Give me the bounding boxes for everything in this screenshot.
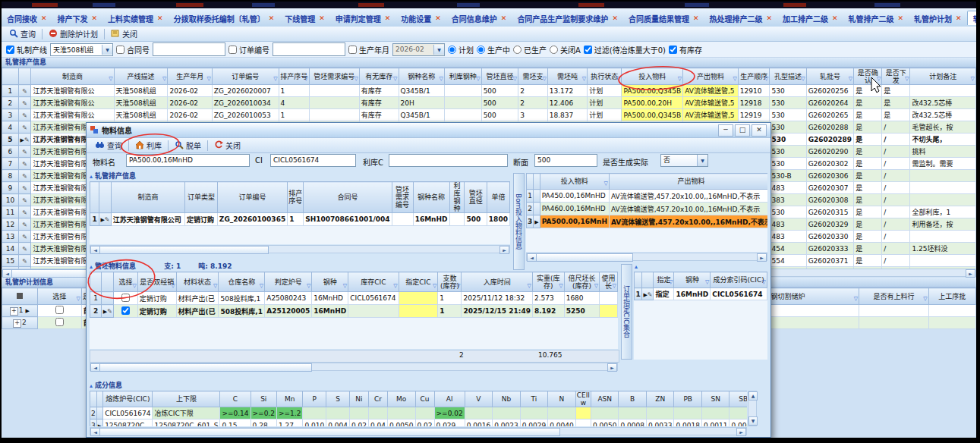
column-header[interactable]: 孔型描述▽	[770, 68, 806, 85]
cell[interactable]: 454	[770, 243, 806, 255]
filter-funnel-icon[interactable]: ▽	[513, 75, 517, 83]
cell[interactable]	[444, 109, 481, 121]
cell[interactable]: 0.0033	[646, 419, 674, 427]
cell[interactable]: 530-B	[770, 170, 806, 182]
cell[interactable]: 12918	[738, 97, 770, 109]
cell[interactable]: 0.0050	[591, 419, 619, 427]
cell[interactable]: 是	[882, 109, 910, 121]
cell[interactable]	[399, 305, 438, 318]
cell[interactable]: PA460.00,16MnHD	[540, 203, 609, 215]
cell[interactable]: 483	[770, 182, 806, 194]
column-header[interactable]: 轧批号▽	[806, 68, 854, 85]
month-select[interactable]: 2026-02▼	[392, 43, 445, 56]
cell[interactable]: 0.0040	[548, 419, 576, 427]
tab-close-icon[interactable]: ✕	[832, 14, 838, 22]
cell[interactable]: 定销订购	[137, 305, 176, 318]
scroll-right-icon[interactable]: ►	[736, 428, 746, 436]
cell[interactable]: AV流体输送管,457.20x10.00,,16MnHD,不表示	[609, 215, 767, 228]
cell[interactable]: CICL0561674	[348, 292, 399, 305]
filter-funnel-icon[interactable]: ▽	[132, 282, 136, 290]
filter-funnel-icon[interactable]: ▽	[307, 282, 310, 290]
cell[interactable]: 530	[770, 134, 806, 146]
column-header[interactable]: 利库钢种	[449, 182, 465, 213]
cell[interactable]: 江苏天淮钢管有限公	[31, 85, 114, 97]
cell[interactable]: PA500.00,Q345B	[622, 85, 683, 97]
bom-vertical-tab[interactable]: Bom投入物料信息	[513, 173, 525, 270]
column-header[interactable]: ASN	[591, 391, 619, 407]
cell[interactable]: 是	[854, 194, 882, 206]
cell[interactable]: 0.0050	[388, 419, 416, 427]
billet-hscrollbar[interactable]: ◄►	[90, 363, 618, 371]
tab-close-icon[interactable]: ✕	[612, 14, 618, 22]
tab-3[interactable]: 上料实绩管理✕	[102, 11, 169, 25]
cell[interactable]: AV流体输送管,5	[683, 97, 739, 109]
cell[interactable]: 利用备坯，按	[910, 218, 976, 231]
filter-funnel-icon[interactable]: ▽	[77, 295, 80, 303]
cell[interactable]: 天淮508机组	[114, 109, 168, 121]
tab-close-icon[interactable]: ✕	[435, 14, 441, 22]
column-header[interactable]: 订单编号	[217, 182, 287, 213]
filter-funnel-icon[interactable]: ▽	[393, 75, 397, 83]
chevron-down-icon[interactable]: ▼	[697, 155, 707, 166]
cell[interactable]: 0.28	[251, 419, 276, 427]
cell[interactable]: G26020264	[806, 97, 854, 109]
column-header[interactable]: 生产年月▽	[168, 68, 212, 85]
column-header[interactable]: 仓库名称▽	[219, 272, 265, 292]
cell[interactable]: >=1.2	[276, 407, 302, 419]
cell[interactable]: 0.04	[368, 419, 387, 427]
column-header[interactable]: 支数(库存)▽	[438, 272, 462, 292]
close-button[interactable]: ✕	[752, 124, 767, 137]
tab-close-icon[interactable]: ✕	[157, 14, 163, 22]
cell[interactable]: 是	[854, 121, 882, 134]
cell[interactable]: 2.573	[532, 292, 564, 305]
cell[interactable]: >=0.02	[434, 407, 465, 419]
cell[interactable]: 指定	[654, 288, 674, 300]
filter-funnel-icon[interactable]: ▽	[594, 282, 598, 290]
column-header[interactable]: 材料状态▽	[176, 272, 219, 292]
chevron-down-icon[interactable]: ▼	[102, 45, 112, 55]
cell[interactable]: 2	[518, 85, 548, 97]
month-checkbox[interactable]	[348, 46, 357, 54]
table-row[interactable]: 2✎江苏天淮钢管有限公天淮508机组2026-02ZG_20260100344有…	[2, 97, 976, 109]
cell[interactable]: AV流体输送管,5	[683, 109, 739, 121]
cell[interactable]: 508投料库,1	[219, 305, 265, 318]
cell[interactable]	[114, 292, 137, 305]
cell[interactable]: 16MnHD	[413, 213, 449, 226]
cell[interactable]	[368, 407, 387, 419]
cell[interactable]: 是	[854, 170, 882, 182]
cell[interactable]: 毛管超长，按	[910, 121, 976, 134]
tab-13[interactable]: 轧管排产二级✕	[843, 11, 909, 25]
dialog-title-bar[interactable]: 物料信息 ─ □ ✕	[87, 123, 770, 138]
cell[interactable]: 计划	[588, 97, 622, 109]
cell[interactable]: PA450.00,16MnHD	[540, 190, 609, 203]
cell[interactable]: 483	[770, 218, 806, 231]
column-header[interactable]: Cr	[368, 391, 387, 407]
cell[interactable]: 改432.5芯棒	[910, 109, 976, 121]
column-header[interactable]: 合同号	[304, 182, 392, 213]
cell[interactable]: 530	[770, 85, 806, 97]
cell[interactable]	[910, 194, 976, 206]
cell[interactable]: 全部利库，1	[910, 206, 976, 218]
column-header[interactable]: 制造商▽	[31, 68, 114, 85]
filter-funnel-icon[interactable]: ▽	[923, 295, 927, 303]
tab-2[interactable]: 排产下发✕	[52, 11, 103, 25]
cell[interactable]: 1	[438, 292, 462, 305]
generate-actual-select[interactable]: 否▼	[660, 154, 708, 167]
cell[interactable]: 是	[854, 218, 882, 231]
cell[interactable]: 是	[854, 146, 882, 158]
cell[interactable]: /	[882, 158, 910, 170]
cell[interactable]: 是	[854, 206, 882, 218]
ci-input[interactable]: CICL0561674	[270, 154, 356, 167]
producing-radio[interactable]	[477, 46, 485, 54]
column-header[interactable]: 产出物料▽	[609, 174, 767, 190]
tab-8[interactable]: 合同信息维护✕	[446, 11, 512, 25]
column-header[interactable]: 实重(库存)▽	[532, 272, 564, 292]
cell[interactable]: 0.02	[415, 419, 434, 427]
cell[interactable]	[348, 305, 399, 318]
cell[interactable]: /	[882, 243, 910, 255]
filter-funnel-icon[interactable]: ▽	[559, 282, 562, 290]
cell[interactable]: ZG_2026010034	[212, 97, 279, 109]
expand-icon[interactable]: +	[13, 319, 21, 328]
cell[interactable]	[465, 407, 493, 419]
cell[interactable]: 是	[854, 134, 882, 146]
